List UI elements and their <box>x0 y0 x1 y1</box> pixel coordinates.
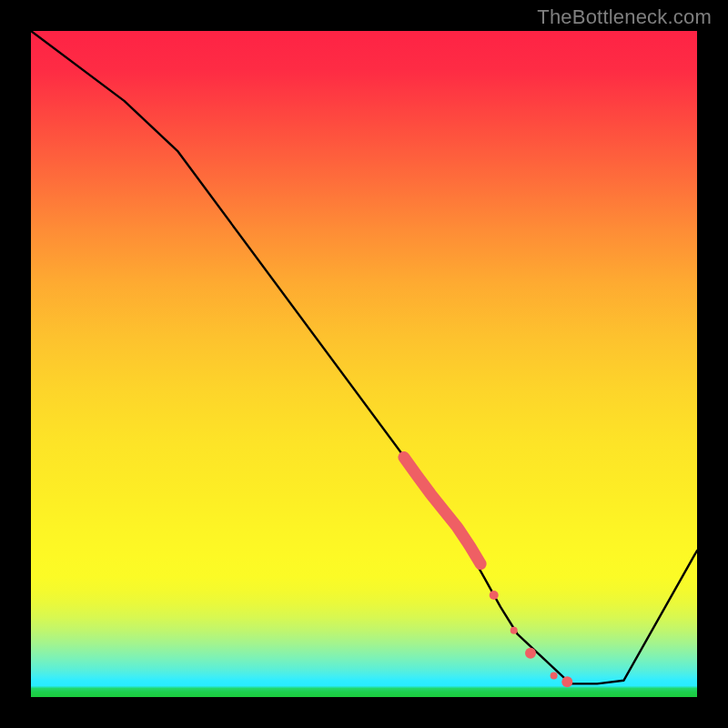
chart-overlay <box>31 31 697 697</box>
highlight-dot <box>551 672 558 680</box>
watermark-text: TheBottleneck.com <box>537 5 712 29</box>
highlight-band <box>404 458 480 564</box>
highlight-dot <box>525 648 536 659</box>
highlight-dot <box>561 676 572 687</box>
plot-area <box>31 31 697 697</box>
bottleneck-curve <box>31 31 697 683</box>
chart-frame: TheBottleneck.com <box>0 0 728 728</box>
highlight-dot <box>511 627 518 634</box>
highlight-dot <box>490 591 499 600</box>
